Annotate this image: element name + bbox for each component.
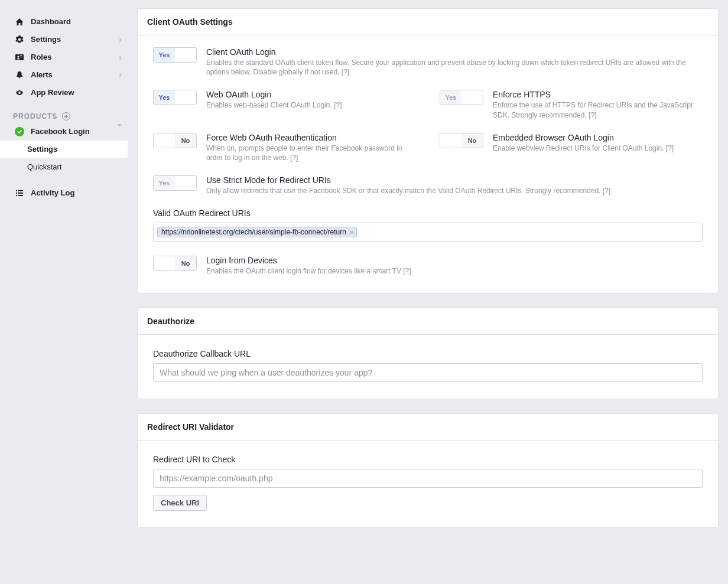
toggle-yes-label: Yes xyxy=(440,90,462,105)
bell-icon xyxy=(14,70,25,80)
svg-rect-2 xyxy=(20,56,22,56)
sidebar-item-label: Roles xyxy=(31,52,119,63)
close-icon[interactable]: × xyxy=(350,229,355,236)
svg-rect-6 xyxy=(16,193,17,194)
toggle-web-oauth-login[interactable]: Yes xyxy=(153,90,197,105)
toggle-strict-mode[interactable]: Yes xyxy=(153,175,197,191)
svg-rect-8 xyxy=(16,195,17,196)
sidebar-item-activity-log[interactable]: Activity Log xyxy=(0,184,128,202)
check-circle-icon xyxy=(14,127,25,136)
setting-desc: Enable webview Redirect URIs for Client … xyxy=(493,143,703,153)
setting-desc: Enables the OAuth client login flow for … xyxy=(206,266,703,276)
svg-rect-3 xyxy=(20,57,22,57)
gear-icon xyxy=(14,35,25,44)
chevron-right-icon: › xyxy=(119,70,122,80)
redirect-uri-token[interactable]: https://nrionlinetest.org/ctech/user/sim… xyxy=(157,227,357,237)
svg-rect-4 xyxy=(16,190,17,191)
sidebar-item-label: Dashboard xyxy=(31,17,122,27)
toggle-enforce-https[interactable]: Yes xyxy=(440,90,483,105)
setting-title: Enforce HTTPS xyxy=(493,90,703,99)
svg-rect-5 xyxy=(18,190,23,191)
check-uri-button[interactable]: Check URI xyxy=(153,495,207,511)
sidebar-item-alerts[interactable]: Alerts › xyxy=(0,66,128,84)
setting-desc: Enables web-based Client OAuth Login. [?… xyxy=(206,100,416,110)
redirect-uri-token-text: https://nrionlinetest.org/ctech/user/sim… xyxy=(161,228,346,236)
toggle-embedded-browser[interactable]: No xyxy=(440,133,483,148)
toggle-no-label: No xyxy=(175,256,196,270)
sidebar-item-settings[interactable]: Settings › xyxy=(0,31,128,48)
deauth-callback-input[interactable] xyxy=(153,363,703,382)
sidebar-item-dashboard[interactable]: Dashboard xyxy=(0,13,128,31)
add-product-icon[interactable] xyxy=(62,112,70,120)
toggle-force-reauth[interactable]: No xyxy=(153,133,197,148)
validator-field-label: Redirect URI to Check xyxy=(153,455,703,464)
sidebar: Dashboard Settings › Roles › Alerts › xyxy=(0,0,128,566)
sidebar-product-facebook-login[interactable]: Facebook Login xyxy=(0,123,128,141)
panel-title: Client OAuth Settings xyxy=(138,9,718,35)
svg-rect-7 xyxy=(18,193,23,194)
sidebar-item-label: Activity Log xyxy=(31,188,122,198)
triangle-down-icon xyxy=(117,126,122,137)
toggle-login-devices[interactable]: No xyxy=(153,256,197,271)
sidebar-item-label: Alerts xyxy=(31,70,119,80)
sidebar-item-label: Settings xyxy=(31,34,119,45)
sidebar-product-sub-settings[interactable]: Settings xyxy=(0,141,128,158)
products-header: PRODUCTS xyxy=(0,102,128,123)
eye-icon xyxy=(14,88,25,97)
toggle-yes-label: Yes xyxy=(154,90,175,105)
setting-desc: When on, prompts people to enter their F… xyxy=(206,143,416,162)
list-icon xyxy=(14,188,25,198)
panel-redirect-validator: Redirect URI Validator Redirect URI to C… xyxy=(137,413,719,528)
sidebar-product-sub-quickstart[interactable]: Quickstart xyxy=(0,158,128,176)
setting-desc: Enables the standard OAuth client token … xyxy=(206,58,703,77)
setting-title: Login from Devices xyxy=(206,256,703,265)
setting-title: Client OAuth Login xyxy=(206,47,703,57)
sidebar-item-roles[interactable]: Roles › xyxy=(0,48,128,66)
sidebar-product-label: Facebook Login xyxy=(31,126,117,137)
setting-title: Use Strict Mode for Redirect URIs xyxy=(206,175,703,185)
svg-rect-9 xyxy=(18,195,23,196)
toggle-no-label: No xyxy=(175,133,196,148)
toggle-yes-label: Yes xyxy=(154,176,175,190)
panel-title: Deauthorize xyxy=(138,308,718,335)
svg-point-1 xyxy=(17,56,19,57)
deauth-field-label: Deauthorize Callback URL xyxy=(153,349,703,358)
redirect-uris-input[interactable]: https://nrionlinetest.org/ctech/user/sim… xyxy=(153,223,703,242)
panel-deauthorize: Deauthorize Deauthorize Callback URL xyxy=(137,308,719,399)
setting-title: Force Web OAuth Reauthentication xyxy=(206,133,416,142)
toggle-no-label: No xyxy=(462,133,483,148)
setting-title: Embedded Browser OAuth Login xyxy=(493,133,703,142)
chevron-right-icon: › xyxy=(119,53,122,62)
panel-title: Redirect URI Validator xyxy=(138,414,718,441)
sidebar-item-label: App Review xyxy=(31,87,122,98)
home-icon xyxy=(14,17,25,27)
setting-desc: Enforce the use of HTTPS for Redirect UR… xyxy=(493,100,703,119)
panel-oauth-settings: Client OAuth Settings Yes Client OAuth L… xyxy=(137,8,719,293)
chevron-right-icon: › xyxy=(119,35,122,44)
products-header-label: PRODUCTS xyxy=(13,112,57,120)
setting-title: Web OAuth Login xyxy=(206,90,416,99)
setting-desc: Only allow redirects that use the Facebo… xyxy=(206,186,703,195)
toggle-yes-label: Yes xyxy=(154,48,175,62)
toggle-client-oauth-login[interactable]: Yes xyxy=(153,47,197,63)
redirect-uris-label: Valid OAuth Redirect URIs xyxy=(153,208,703,218)
roles-icon xyxy=(14,53,25,62)
sidebar-item-app-review[interactable]: App Review xyxy=(0,84,128,102)
validator-input[interactable] xyxy=(153,469,703,488)
